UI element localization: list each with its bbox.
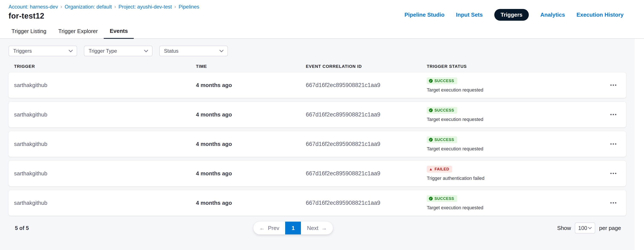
status-label: FAILED	[435, 167, 449, 172]
tab-trigger-listing[interactable]: Trigger Listing	[6, 24, 52, 38]
column-header-trigger-status: TRIGGER STATUS	[427, 64, 600, 69]
warning-icon: ▲	[429, 167, 433, 171]
breadcrumb-organization[interactable]: Organization: default	[64, 4, 112, 10]
chevron-right-icon: ›	[60, 4, 62, 10]
nav-analytics[interactable]: Analytics	[540, 12, 565, 18]
header-left: Account: harness-dev › Organization: def…	[8, 4, 199, 21]
events-content: Triggers Trigger Type Status TRIGGER TIM…	[0, 39, 644, 250]
triggers-filter-value: Triggers	[13, 48, 32, 54]
trigger-status-cell: ✓ ▲ SUCCESS Target execution requested	[427, 72, 600, 98]
check-circle-icon: ✓	[429, 79, 433, 83]
pagination: ← Prev 1 Next →	[254, 222, 333, 234]
chevron-down-icon	[144, 50, 148, 52]
status-filter-select[interactable]: Status	[159, 46, 228, 56]
status-badge: ✓ ▲ SUCCESS	[427, 195, 457, 202]
trigger-type-filter-value: Trigger Type	[88, 48, 117, 54]
nav-triggers[interactable]: Triggers	[494, 9, 529, 21]
breadcrumb-project[interactable]: Project: ayushi-dev-test	[118, 4, 172, 10]
check-circle-icon: ✓	[429, 138, 433, 142]
event-time: 4 months ago	[196, 102, 306, 127]
event-time: 4 months ago	[196, 72, 306, 98]
check-circle-icon: ✓	[429, 108, 433, 112]
event-correlation-id: 667d16f2ec895908821c1aa9	[306, 161, 427, 186]
status-detail: Target execution requested	[427, 87, 483, 93]
column-header-trigger: TRIGGER	[14, 64, 196, 69]
arrow-right-icon: →	[321, 225, 327, 231]
nav-input-sets[interactable]: Input Sets	[456, 12, 483, 18]
nav-execution-history[interactable]: Execution History	[576, 12, 624, 18]
page-title: for-test12	[8, 12, 199, 21]
status-label: SUCCESS	[434, 79, 454, 83]
more-options-icon[interactable]	[609, 200, 618, 206]
status-badge: ✓ ▲ FAILED	[427, 166, 452, 173]
trigger-name: sarthakgithub	[14, 131, 196, 157]
tab-trigger-explorer[interactable]: Trigger Explorer	[52, 24, 104, 38]
trigger-name: sarthakgithub	[14, 190, 196, 216]
chevron-down-icon	[219, 50, 224, 52]
event-correlation-id: 667d16f2ec895908821c1aa9	[306, 190, 427, 216]
app-window: Account: harness-dev › Organization: def…	[0, 0, 644, 250]
event-correlation-id: 667d16f2ec895908821c1aa9	[306, 102, 427, 127]
table-row: sarthakgithub 4 months ago 667d16f2ec895…	[8, 102, 626, 127]
filter-bar: Triggers Trigger Type Status	[8, 46, 644, 56]
page-size-select[interactable]: 100	[575, 222, 595, 233]
trigger-status-cell: ✓ ▲ FAILED Trigger authentication failed	[427, 161, 600, 186]
next-label: Next	[307, 225, 318, 231]
trigger-status-cell: ✓ ▲ SUCCESS Target execution requested	[427, 131, 600, 157]
table-row: sarthakgithub 4 months ago 667d16f2ec895…	[8, 161, 626, 186]
table-row: sarthakgithub 4 months ago 667d16f2ec895…	[8, 131, 626, 157]
trigger-name: sarthakgithub	[14, 102, 196, 127]
page-size-control: Show 100 per page	[557, 222, 621, 233]
event-correlation-id: 667d16f2ec895908821c1aa9	[306, 131, 427, 157]
status-detail: Target execution requested	[427, 117, 483, 122]
trigger-status-cell: ✓ ▲ SUCCESS Target execution requested	[427, 190, 600, 216]
events-list: sarthakgithub 4 months ago 667d16f2ec895…	[8, 72, 626, 216]
event-time: 4 months ago	[196, 190, 306, 216]
event-time: 4 months ago	[196, 131, 306, 157]
trigger-name: sarthakgithub	[14, 161, 196, 186]
prev-label: Prev	[268, 225, 279, 231]
column-header-time: TIME	[196, 64, 306, 69]
trigger-type-filter-select[interactable]: Trigger Type	[84, 46, 152, 56]
event-correlation-id: 667d16f2ec895908821c1aa9	[306, 72, 427, 98]
status-detail: Target execution requested	[427, 146, 483, 152]
more-options-icon[interactable]	[609, 170, 618, 177]
next-button[interactable]: Next →	[301, 222, 333, 234]
per-page-label: per page	[599, 225, 621, 231]
page-1-button[interactable]: 1	[285, 222, 301, 234]
status-badge: ✓ ▲ SUCCESS	[427, 107, 457, 114]
status-detail: Trigger authentication failed	[427, 176, 484, 181]
column-header-correlation-id: EVENT CORRELATION ID	[306, 64, 427, 69]
page-size-value: 100	[578, 225, 587, 231]
status-label: SUCCESS	[434, 196, 454, 201]
items-count: 5 of 5	[15, 225, 29, 231]
table-header: TRIGGER TIME EVENT CORRELATION ID TRIGGE…	[8, 64, 626, 69]
chevron-down-icon	[68, 50, 73, 52]
table-row: sarthakgithub 4 months ago 667d16f2ec895…	[8, 190, 626, 216]
status-filter-value: Status	[164, 48, 178, 54]
event-time: 4 months ago	[196, 161, 306, 186]
table-row: sarthakgithub 4 months ago 667d16f2ec895…	[8, 72, 626, 98]
tab-events[interactable]: Events	[104, 24, 134, 39]
more-options-icon[interactable]	[609, 82, 618, 88]
triggers-filter-select[interactable]: Triggers	[8, 46, 77, 56]
status-detail: Target execution requested	[427, 205, 483, 210]
nav-pipeline-studio[interactable]: Pipeline Studio	[404, 12, 444, 18]
chevron-right-icon: ›	[114, 4, 116, 10]
status-label: SUCCESS	[434, 108, 454, 113]
chevron-down-icon	[588, 227, 592, 229]
status-badge: ✓ ▲ SUCCESS	[427, 77, 457, 84]
pagination-bar: 5 of 5 ← Prev 1 Next → Show 100 per pa	[0, 222, 644, 234]
check-circle-icon: ✓	[429, 197, 433, 200]
prev-button[interactable]: ← Prev	[254, 222, 285, 234]
trigger-status-cell: ✓ ▲ SUCCESS Target execution requested	[427, 102, 600, 127]
more-options-icon[interactable]	[609, 111, 618, 118]
tab-bar: Trigger Listing Trigger Explorer Events	[0, 24, 644, 39]
more-options-icon[interactable]	[609, 141, 618, 147]
status-badge: ✓ ▲ SUCCESS	[427, 136, 457, 143]
breadcrumb-pipelines[interactable]: Pipelines	[178, 4, 199, 10]
status-label: SUCCESS	[434, 138, 454, 142]
show-label: Show	[557, 225, 571, 231]
breadcrumb-account[interactable]: Account: harness-dev	[8, 4, 58, 10]
chevron-right-icon: ›	[174, 4, 176, 10]
